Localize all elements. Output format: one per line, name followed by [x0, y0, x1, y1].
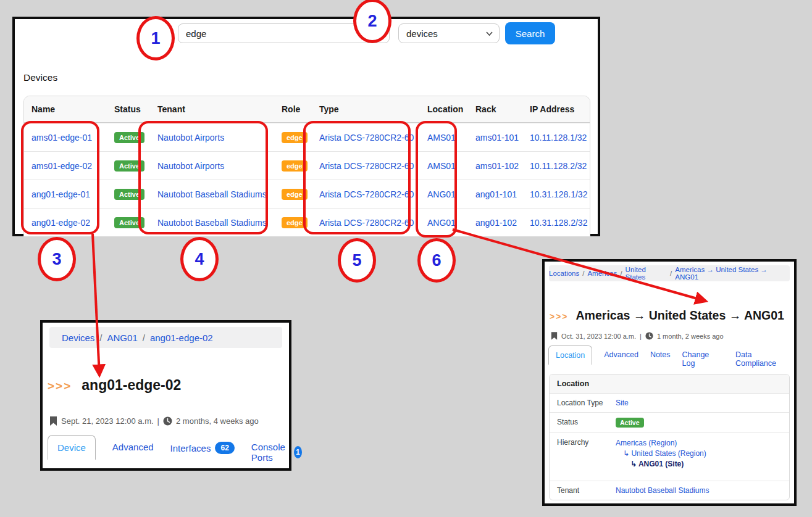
- field-label: Status: [557, 418, 616, 426]
- device-type-link[interactable]: Arista DCS-7280CR2-60: [319, 133, 414, 143]
- breadcrumb-device[interactable]: ang01-edge-02: [150, 333, 213, 343]
- tab-data-compliance[interactable]: Data Compliance: [735, 345, 794, 368]
- status-row: Status Active: [550, 413, 789, 433]
- console-ports-count-badge: 1: [294, 446, 302, 458]
- hierarchy-region-link[interactable]: Americas (Region): [616, 438, 706, 449]
- rack-link[interactable]: ang01-102: [475, 218, 517, 228]
- tenant-link[interactable]: Nautobot Baseball Stadiums: [157, 189, 267, 199]
- ip-link[interactable]: 10.11.128.1/32: [530, 133, 587, 143]
- col-header-rack[interactable]: Rack: [468, 104, 522, 114]
- ip-link[interactable]: 10.31.128.1/32: [530, 189, 587, 199]
- table-row: ang01-edge-01 Active Nautobot Baseball S…: [24, 180, 590, 208]
- annotation-marker-2: 2: [353, 0, 391, 43]
- device-name-link[interactable]: ang01-edge-02: [31, 218, 90, 228]
- breadcrumb: Devices / ANG01 / ang01-edge-02: [49, 327, 282, 348]
- devices-table-header: Name Status Tenant Role Type Location Ra…: [24, 96, 590, 123]
- screenshot-canvas: devices Search Devices Name Status Tenan…: [0, 0, 812, 517]
- annotation-marker-4: 4: [180, 237, 219, 281]
- device-type-link[interactable]: Arista DCS-7280CR2-60: [319, 189, 414, 199]
- location-card-header: Location: [550, 374, 789, 394]
- hierarchy-subregion-link[interactable]: ↳ United States (Region): [623, 449, 706, 459]
- device-name-link[interactable]: ams01-edge-02: [31, 161, 92, 171]
- status-badge: Active: [616, 418, 644, 428]
- breadcrumb-full-path[interactable]: Americas → United States → ANG01: [675, 266, 790, 281]
- tab-advanced[interactable]: Advanced: [604, 345, 638, 359]
- device-type-link[interactable]: Arista DCS-7280CR2-60: [319, 218, 414, 228]
- breadcrumb-separator: /: [143, 333, 145, 343]
- col-header-name[interactable]: Name: [24, 104, 107, 114]
- col-header-location[interactable]: Location: [420, 104, 468, 114]
- col-header-tenant[interactable]: Tenant: [150, 104, 274, 114]
- breadcrumb-separator: /: [99, 333, 102, 343]
- breadcrumb-united-states[interactable]: United States: [626, 266, 668, 281]
- triple-chevron-icon: >>>: [48, 379, 72, 393]
- tab-location[interactable]: Location: [548, 345, 592, 365]
- meta-separator: |: [157, 416, 159, 426]
- search-button[interactable]: Search: [505, 22, 555, 44]
- breadcrumb: Locations / Americas / United States / A…: [549, 265, 790, 281]
- meta-separator: |: [640, 333, 642, 340]
- location-link[interactable]: ANG01: [427, 218, 456, 228]
- hierarchy-row: Hierarchy Americas (Region) ↳ United Sta…: [550, 433, 789, 481]
- role-badge[interactable]: edge: [282, 160, 308, 172]
- breadcrumb-americas[interactable]: Americas: [587, 270, 617, 277]
- page-title: ang01-edge-02: [82, 377, 181, 394]
- tenant-link[interactable]: Nautobot Baseball Stadiums: [157, 218, 267, 228]
- device-name-link[interactable]: ams01-edge-01: [31, 133, 92, 143]
- devices-table: Name Status Tenant Role Type Location Ra…: [23, 96, 590, 237]
- tab-interfaces[interactable]: Interfaces 62: [170, 435, 235, 454]
- location-detail-panel: Locations / Americas / United States / A…: [542, 259, 797, 506]
- location-type-row: Location Type Site: [550, 394, 789, 413]
- status-badge: Active: [114, 160, 144, 172]
- location-type-link[interactable]: Site: [616, 399, 629, 407]
- status-badge: Active: [114, 217, 144, 228]
- tab-notes[interactable]: Notes: [650, 345, 671, 359]
- location-link[interactable]: AMS01: [427, 161, 456, 171]
- ip-link[interactable]: 10.11.128.2/32: [530, 161, 587, 171]
- breadcrumb-location[interactable]: ANG01: [107, 333, 138, 343]
- device-name-link[interactable]: ang01-edge-01: [31, 189, 90, 199]
- breadcrumb-devices[interactable]: Devices: [62, 333, 94, 343]
- search-category-value: devices: [406, 28, 438, 39]
- triple-chevron-icon: >>>: [550, 312, 569, 321]
- role-badge[interactable]: edge: [282, 132, 308, 143]
- col-header-role[interactable]: Role: [274, 104, 312, 114]
- clock-icon: [645, 332, 653, 340]
- tab-change-log[interactable]: Change Log: [682, 345, 724, 368]
- location-meta: Oct. 31, 2023 12:00 a.m. | 1 month, 2 we…: [551, 332, 724, 340]
- tab-advanced[interactable]: Advanced: [112, 435, 154, 452]
- created-date: Oct. 31, 2023 12:00 a.m.: [561, 333, 636, 340]
- breadcrumb-locations[interactable]: Locations: [549, 270, 579, 277]
- col-header-status[interactable]: Status: [107, 104, 150, 114]
- results-heading: Devices: [23, 72, 57, 83]
- page-title: Americas → United States → ANG01: [576, 308, 784, 323]
- device-type-link[interactable]: Arista DCS-7280CR2-60: [319, 161, 414, 171]
- location-link[interactable]: AMS01: [427, 133, 456, 143]
- created-date: Sept. 21, 2023 12:00 a.m.: [61, 416, 154, 426]
- rack-link[interactable]: ang01-101: [475, 189, 517, 199]
- tenant-link[interactable]: Nautobot Airports: [157, 133, 224, 143]
- hierarchy-site-link[interactable]: ↳ ANG01 (Site): [630, 459, 706, 469]
- search-category-select[interactable]: devices: [398, 23, 500, 43]
- col-header-ip[interactable]: IP Address: [522, 104, 590, 114]
- tab-console-ports[interactable]: Console Ports 1: [251, 435, 302, 463]
- tenant-link[interactable]: Nautobot Baseball Stadiums: [616, 486, 709, 495]
- tenant-link[interactable]: Nautobot Airports: [157, 161, 224, 171]
- tab-device[interactable]: Device: [48, 435, 96, 460]
- col-header-type[interactable]: Type: [312, 104, 420, 114]
- annotation-marker-3: 3: [38, 237, 76, 281]
- role-badge[interactable]: edge: [282, 189, 308, 200]
- rack-link[interactable]: ams01-102: [475, 161, 519, 171]
- location-link[interactable]: ANG01: [427, 189, 456, 199]
- breadcrumb-separator: /: [620, 270, 622, 277]
- annotation-marker-5: 5: [338, 238, 376, 283]
- device-tabs: Device Advanced Interfaces 62 Console Po…: [48, 435, 302, 463]
- updated-relative: 1 month, 2 weeks ago: [657, 333, 724, 340]
- rack-link[interactable]: ams01-101: [475, 133, 519, 143]
- annotation-marker-6: 6: [417, 238, 456, 283]
- interfaces-count-badge: 62: [215, 442, 234, 454]
- search-results-panel: devices Search Devices Name Status Tenan…: [12, 17, 600, 236]
- ip-link[interactable]: 10.31.128.2/32: [530, 218, 587, 228]
- clock-icon: [163, 416, 172, 426]
- role-badge[interactable]: edge: [282, 217, 308, 228]
